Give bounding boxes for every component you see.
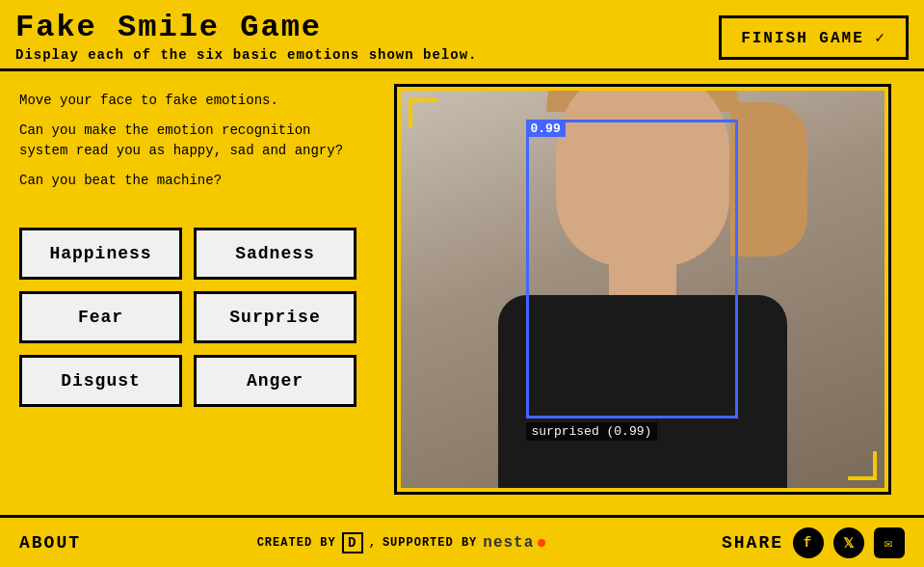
creator-logo-d: D [342,532,363,554]
header: Fake Smile Game Display each of the six … [0,0,924,71]
detection-score: 0.99 [526,121,566,137]
app-title: Fake Smile Game [15,10,477,45]
instruction-line3: Can you beat the machine? [19,171,356,191]
share-label: SHARE [722,533,783,553]
footer-share: SHARE f 𝕏 ✉ [722,527,905,558]
header-left: Fake Smile Game Display each of the six … [15,10,477,63]
main-content: Move your face to fake emotions. Can you… [0,71,924,515]
footer-created-by: CREATED BY D , SUPPORTED BY nesta [257,532,546,554]
instruction-line1: Move your face to fake emotions. [19,91,356,111]
finish-game-button[interactable]: FINISH GAME ✓ [719,15,909,60]
emotion-surprise-button[interactable]: Surprise [194,291,356,343]
instructions: Move your face to fake emotions. Can you… [19,91,356,201]
nesta-logo: nesta [483,534,545,552]
twitter-share-icon[interactable]: 𝕏 [833,527,864,558]
created-by-label: CREATED BY [257,536,336,550]
person-hair-right [730,102,807,256]
footer-about-link[interactable]: ABOUT [19,533,81,553]
supported-by-label: SUPPORTED BY [383,536,477,550]
emotion-happiness-button[interactable]: Happiness [19,228,182,280]
detection-box: 0.99 surprised (0.99) [526,120,738,418]
footer: ABOUT CREATED BY D , SUPPORTED BY nesta … [0,515,924,567]
detection-label: surprised (0.99) [526,422,658,441]
left-panel: Move your face to fake emotions. Can you… [0,71,376,515]
right-panel: 0.99 surprised (0.99) [376,71,924,515]
camera-container: 0.99 surprised (0.99) [397,87,888,492]
emotion-disgust-button[interactable]: Disgust [19,355,182,407]
camera-feed: 0.99 surprised (0.99) [401,91,884,488]
comma-separator: , [369,536,377,550]
nesta-dot [538,539,545,547]
camera-corner-tl [409,98,437,127]
emotion-sadness-button[interactable]: Sadness [194,228,356,280]
emotion-fear-button[interactable]: Fear [19,291,182,343]
emotion-anger-button[interactable]: Anger [194,355,356,407]
facebook-share-icon[interactable]: f [793,527,824,558]
app-subtitle: Display each of the six basic emotions s… [15,47,477,63]
emotions-grid: Happiness Sadness Fear Surprise Disgust … [19,228,356,407]
email-share-icon[interactable]: ✉ [874,527,905,558]
camera-corner-br [848,451,877,480]
instruction-line2: Can you make the emotion recognition sys… [19,121,356,161]
